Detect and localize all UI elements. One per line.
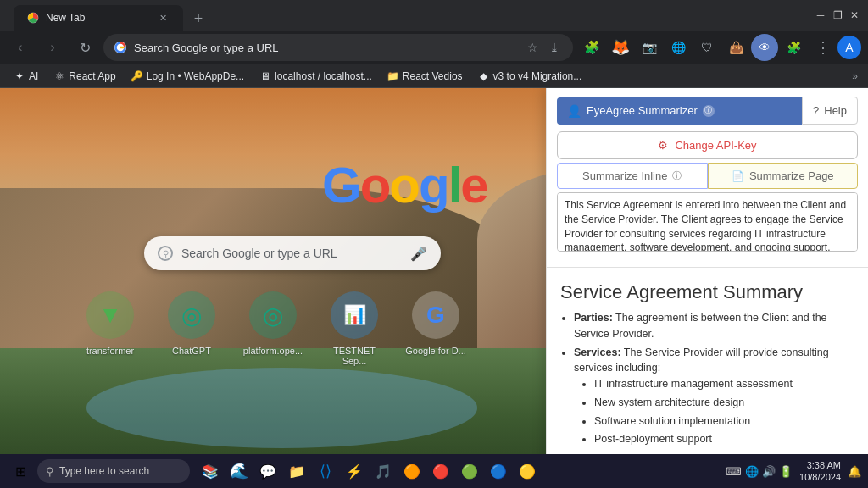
- taskbar-apps: 📚 🌊 💬 📁 ⟨⟩ ⚡ 🎵 🟠 🔴 🟢 🔵 🟡: [197, 458, 541, 485]
- more-button[interactable]: ⋮: [809, 34, 836, 61]
- google-logo: Google: [322, 156, 487, 214]
- react-app-icon: ⚛: [53, 70, 65, 82]
- taskbar-terminal-icon[interactable]: ⚡: [341, 458, 368, 485]
- forward-button[interactable]: ›: [39, 34, 66, 61]
- taskbar-chat-icon[interactable]: 💬: [254, 458, 281, 485]
- help-button[interactable]: ? Help: [802, 97, 858, 125]
- bookmark-star-icon[interactable]: ☆: [524, 39, 541, 56]
- taskbar-search[interactable]: ⚲ Type here to search: [37, 459, 190, 483]
- taskbar-app7[interactable]: 🟠: [398, 458, 426, 485]
- taskbar-app9[interactable]: 🟢: [456, 458, 483, 485]
- bookmarks-bar: ✦ AI ⚛ React App 🔑 Log In • WebAppDe... …: [0, 64, 868, 88]
- summarize-inline-text: Summarize Inline: [582, 169, 667, 182]
- bookmark-react-label: React App: [69, 70, 115, 82]
- service-item-2: New system architecture design: [594, 395, 854, 411]
- taskbar-app10[interactable]: 🔵: [485, 458, 512, 485]
- taskbar-app11[interactable]: 🟡: [514, 458, 541, 485]
- shortcut-testnet-label: TESTNET Sep...: [320, 346, 388, 366]
- profile-icon-fox[interactable]: 🦊: [607, 34, 634, 61]
- bookmark-localhost[interactable]: 🖥 localhost / localhost...: [253, 67, 379, 86]
- info-badge: ⓘ: [703, 105, 715, 117]
- chatgpt-icon: ◎: [168, 291, 215, 339]
- eyeagree-icon[interactable]: 👁: [751, 34, 778, 61]
- taskbar-date-text: 10/8/2024: [799, 471, 841, 483]
- summarize-page-button[interactable]: 📄 Summarize Page: [708, 163, 859, 189]
- minimize-button[interactable]: ─: [814, 8, 827, 22]
- notification-icon[interactable]: 🔔: [848, 465, 861, 478]
- tab-title: New Tab: [46, 12, 149, 24]
- parties-label: Parties:: [574, 312, 613, 324]
- close-button[interactable]: ✕: [848, 8, 861, 22]
- bookmark-v3v4[interactable]: ◆ v3 to v4 Migration...: [471, 67, 589, 86]
- windows-start-button[interactable]: ⊞: [7, 458, 34, 485]
- shortcut-transformer[interactable]: ▼ transformer: [76, 291, 144, 366]
- window-controls: ─ ❐ ✕: [814, 8, 861, 22]
- address-bar[interactable]: Search Google or type a URL ☆ ⤓: [103, 34, 573, 61]
- taskbar-folder-icon[interactable]: 📁: [283, 458, 310, 485]
- taskbar-book-icon[interactable]: 📚: [197, 458, 224, 485]
- taskbar-vscode-icon[interactable]: ⟨⟩: [312, 458, 339, 485]
- maximize-button[interactable]: ❐: [831, 8, 844, 22]
- bookmark-react-app[interactable]: ⚛ React App: [47, 67, 122, 86]
- v3v4-icon: ◆: [478, 70, 490, 82]
- service-item-3: Software solution implementation: [594, 413, 854, 430]
- translate-icon[interactable]: 🌐: [665, 34, 692, 61]
- eyeagree-summarizer-button[interactable]: 👤 EyeAgree Summarizer ⓘ: [557, 97, 802, 125]
- bookmark-react-vedios[interactable]: 📁 React Vedios: [381, 67, 470, 86]
- contract-textarea[interactable]: [557, 192, 858, 252]
- keyboard-icon[interactable]: ⌨: [726, 465, 742, 478]
- shortcut-testnet[interactable]: 📊 TESTNET Sep...: [320, 291, 388, 366]
- change-api-key-button[interactable]: ⚙ Change API-Key: [557, 131, 858, 159]
- taskbar-clock[interactable]: 3:38 AM 10/8/2024: [799, 459, 841, 484]
- battery-icon[interactable]: 🔋: [779, 465, 793, 478]
- profile-button[interactable]: A: [837, 36, 861, 59]
- microphone-icon[interactable]: 🎤: [410, 246, 427, 262]
- address-text: Search Google or type a URL: [134, 42, 517, 54]
- shortcut-transformer-label: transformer: [86, 346, 134, 356]
- search-placeholder-text: Search Google or type a URL: [181, 247, 337, 260]
- taskbar-edge-icon[interactable]: 🌊: [225, 458, 253, 485]
- summarize-inline-info-icon: ⓘ: [672, 169, 682, 182]
- taskbar-search-icon: ⚲: [46, 465, 54, 478]
- network-icon[interactable]: 🌐: [745, 465, 759, 478]
- shortcuts-row: ▼ transformer ◎ ChatGPT ◎ platform.ope..…: [76, 291, 470, 366]
- screenshot-icon[interactable]: 📷: [636, 34, 663, 61]
- bookmark-login[interactable]: 🔑 Log In • WebAppDe...: [125, 67, 251, 86]
- active-tab[interactable]: New Tab ✕: [14, 5, 183, 30]
- shield-icon[interactable]: 🛡: [693, 34, 721, 61]
- search-bar[interactable]: ⚲ Search Google or type a URL 🎤: [144, 236, 441, 270]
- address-icons: ☆ ⤓: [524, 39, 563, 56]
- summary-title: Service Agreement Summary: [548, 271, 866, 310]
- bookmark-ai[interactable]: ✦ AI: [7, 67, 45, 86]
- tab-close-button[interactable]: ✕: [156, 11, 170, 25]
- download-icon[interactable]: ⤓: [546, 39, 563, 56]
- shortcut-chatgpt[interactable]: ◎ ChatGPT: [158, 291, 225, 366]
- google-shortcut-icon: G: [412, 291, 459, 339]
- extensions-icon[interactable]: 🧩: [578, 34, 605, 61]
- taskbar-search-text: Type here to search: [59, 465, 149, 477]
- summary-parties: Parties: The agreement is between the Cl…: [574, 310, 854, 342]
- shortcut-google[interactable]: G Google for D...: [402, 291, 470, 366]
- tab-bar: New Tab ✕ +: [7, 0, 807, 30]
- title-bar: New Tab ✕ + ─ ❐ ✕: [0, 0, 868, 30]
- services-label: Services:: [574, 347, 621, 358]
- summarize-page-text: Summarize Page: [749, 169, 834, 182]
- wallet-icon[interactable]: 👜: [722, 34, 749, 61]
- more-bookmarks-button[interactable]: »: [849, 70, 861, 82]
- refresh-button[interactable]: ↻: [71, 34, 98, 61]
- shortcut-platform[interactable]: ◎ platform.ope...: [239, 291, 307, 366]
- taskbar-app8[interactable]: 🔴: [427, 458, 454, 485]
- extensions-btn[interactable]: 🧩: [780, 34, 807, 61]
- platform-icon: ◎: [249, 291, 297, 339]
- back-button[interactable]: ‹: [7, 34, 34, 61]
- summarize-row: Summarize Inline ⓘ 📄 Summarize Page: [557, 163, 858, 189]
- services-sublist: IT infrastructure management assessment …: [594, 376, 854, 447]
- new-tab-button[interactable]: +: [186, 7, 210, 30]
- gear-icon: ⚙: [658, 139, 668, 152]
- search-container: ⚲ Search Google or type a URL 🎤: [144, 236, 441, 270]
- taskbar-app6[interactable]: 🎵: [370, 458, 397, 485]
- toolbar: ‹ › ↻ Search Google or type a URL ☆ ⤓ 🧩 …: [0, 30, 868, 64]
- volume-icon[interactable]: 🔊: [762, 465, 776, 478]
- help-label: Help: [824, 104, 847, 117]
- summarize-inline-button[interactable]: Summarize Inline ⓘ: [557, 163, 708, 189]
